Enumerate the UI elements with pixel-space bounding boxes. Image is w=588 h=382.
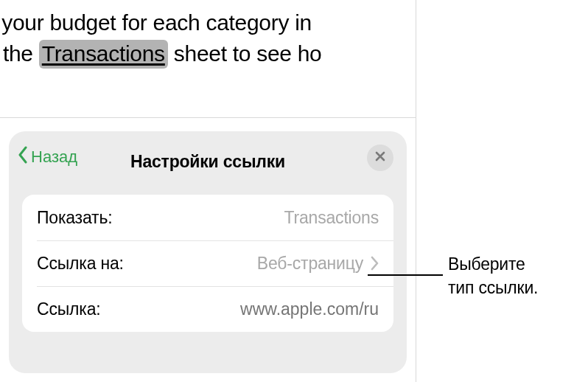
doc-line2-suffix: sheet to see ho (168, 41, 322, 66)
doc-line2-prefix: ns on the (0, 41, 39, 66)
doc-line1: Enter your budget for each category in (0, 10, 312, 35)
link-settings-popover: Назад Настройки ссылки Показать: Transac… (9, 131, 407, 373)
back-button[interactable]: Назад (18, 146, 77, 168)
link-to-row[interactable]: Ссылка на: Веб-страницу (22, 240, 393, 286)
close-icon (374, 150, 386, 165)
close-button[interactable] (367, 145, 393, 171)
display-value: Transactions (284, 208, 379, 228)
chevron-right-icon (371, 256, 379, 271)
back-label: Назад (31, 147, 77, 167)
callout-line1: Выберите (448, 254, 525, 274)
callout-line2: тип ссылки. (448, 278, 538, 297)
link-to-value: Веб-страницу (257, 254, 363, 274)
document-background: Enter your budget for each category in n… (0, 0, 416, 117)
link-url-row[interactable]: Ссылка: (22, 286, 393, 332)
callout-leader-line (368, 274, 443, 276)
popover-container: Назад Настройки ссылки Показать: Transac… (0, 117, 416, 382)
callout-text: Выберите тип ссылки. (448, 252, 538, 299)
display-label: Показать: (37, 208, 112, 228)
display-text-row[interactable]: Показать: Transactions (22, 195, 393, 240)
hyperlink-text[interactable]: Transactions (39, 40, 168, 69)
link-to-label: Ссылка на: (37, 254, 124, 274)
link-url-label: Ссылка: (37, 299, 100, 319)
popover-header: Назад Настройки ссылки (9, 145, 407, 178)
link-url-input[interactable] (172, 299, 379, 319)
settings-list: Показать: Transactions Ссылка на: Веб-ст… (22, 195, 393, 332)
document-text[interactable]: Enter your budget for each category in n… (0, 7, 416, 69)
chevron-left-icon (18, 146, 28, 168)
